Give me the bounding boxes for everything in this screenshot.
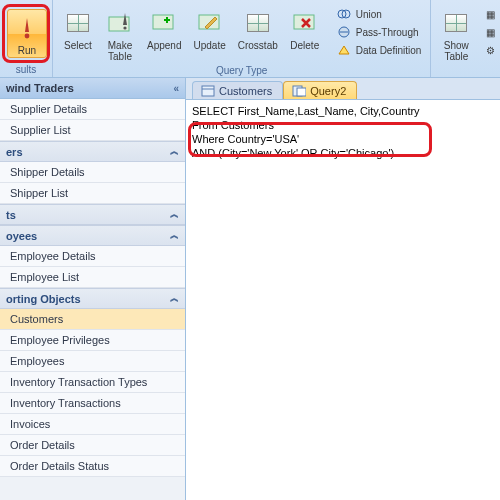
exclamation-icon — [12, 13, 42, 43]
run-highlight: Run — [2, 4, 50, 63]
nav-item[interactable]: Shipper Details — [0, 162, 185, 183]
insert-icon: ▦ — [482, 7, 498, 21]
nav-item[interactable]: Invoices — [0, 414, 185, 435]
delete-icon — [290, 8, 320, 38]
crosstab-icon — [243, 8, 273, 38]
ribbon-group-querytype: Select Make Table Append Update — [52, 0, 430, 77]
deleterows-button[interactable]: ▦ Delete — [479, 24, 500, 40]
ribbon: Run sults Select Make Table Append — [0, 0, 500, 78]
nav-group[interactable]: ts︽ — [0, 204, 185, 225]
datadef-button[interactable]: Data Definition — [333, 42, 425, 58]
query-icon — [292, 85, 306, 97]
nav-item[interactable]: Employees — [0, 351, 185, 372]
sql-line-1: SELECT First_Name,Last_Name, City,Countr… — [192, 104, 494, 118]
append-button[interactable]: Append — [141, 4, 187, 53]
select-button[interactable]: Select — [57, 4, 99, 53]
update-label: Update — [193, 40, 225, 51]
nav-group[interactable]: orting Objects︽ — [0, 288, 185, 309]
nav-title-text: wind Traders — [6, 82, 74, 94]
navigation-pane: wind Traders « Supplier DetailsSupplier … — [0, 78, 186, 500]
sql-highlight — [188, 122, 432, 157]
datadef-label: Data Definition — [356, 45, 422, 56]
run-button[interactable]: Run — [7, 9, 47, 58]
builder-icon: ⚙ — [482, 43, 498, 57]
svg-rect-12 — [297, 88, 306, 96]
crosstab-label: Crosstab — [238, 40, 278, 51]
svg-point-0 — [25, 34, 30, 39]
document-tabbar: Customers Query2 — [186, 78, 500, 100]
nav-item[interactable]: Employee Privileges — [0, 330, 185, 351]
body: wind Traders « Supplier DetailsSupplier … — [0, 78, 500, 500]
ribbon-group-showhide: Show Table ▦ Insert ▦ Delete ⚙ Builde — [430, 0, 500, 77]
showtable-button[interactable]: Show Table — [435, 4, 477, 64]
tab-query2-label: Query2 — [310, 85, 346, 97]
append-label: Append — [147, 40, 181, 51]
advanced-query-list: Union Pass-Through Data Definition — [331, 4, 427, 58]
builder-button[interactable]: ⚙ Builde — [479, 42, 500, 58]
update-button[interactable]: Update — [187, 4, 231, 53]
nav-item[interactable]: Supplier Details — [0, 99, 185, 120]
append-icon — [149, 8, 179, 38]
svg-point-2 — [123, 26, 126, 29]
app-root: { "ribbon": { "results": { "title": "sul… — [0, 0, 500, 500]
tab-query2[interactable]: Query2 — [283, 81, 357, 99]
nav-group[interactable]: ers︽ — [0, 141, 185, 162]
collapse-icon: ︽ — [170, 208, 179, 221]
nav-item[interactable]: Shipper List — [0, 183, 185, 204]
nav-item[interactable]: Customers — [0, 309, 185, 330]
passthrough-label: Pass-Through — [356, 27, 419, 38]
union-icon — [336, 7, 352, 21]
nav-item[interactable]: Order Details — [0, 435, 185, 456]
showhide-list: ▦ Insert ▦ Delete ⚙ Builde — [477, 4, 500, 58]
tab-customers[interactable]: Customers — [192, 81, 283, 99]
insertrows-button[interactable]: ▦ Insert — [479, 6, 500, 22]
group-title-querytype: Query Type — [57, 65, 426, 76]
sql-editor[interactable]: SELECT First_Name,Last_Name, City,Countr… — [186, 100, 500, 500]
chevron-down-icon: « — [173, 83, 179, 94]
group-title-results: sults — [2, 64, 50, 75]
passthrough-button[interactable]: Pass-Through — [333, 24, 425, 40]
run-label: Run — [18, 45, 36, 56]
make-table-label: Make Table — [108, 40, 132, 62]
select-label: Select — [64, 40, 92, 51]
nav-item[interactable]: Inventory Transaction Types — [0, 372, 185, 393]
update-icon — [195, 8, 225, 38]
deleterows-icon: ▦ — [482, 25, 498, 39]
main-pane: Customers Query2 SELECT First_Name,Last_… — [186, 78, 500, 500]
union-button[interactable]: Union — [333, 6, 425, 22]
collapse-icon: ︽ — [170, 292, 179, 305]
union-label: Union — [356, 9, 382, 20]
showtable-icon — [441, 8, 471, 38]
select-icon — [63, 8, 93, 38]
ribbon-group-results: Run sults — [0, 0, 52, 77]
passthrough-icon — [336, 25, 352, 39]
nav-list: Supplier DetailsSupplier Listers︽Shipper… — [0, 99, 185, 477]
query-type-buttons: Select Make Table Append Update — [57, 4, 426, 64]
svg-rect-3 — [153, 15, 173, 29]
nav-item[interactable]: Employee List — [0, 267, 185, 288]
nav-title-bar[interactable]: wind Traders « — [0, 78, 185, 99]
collapse-icon: ︽ — [170, 145, 179, 158]
crosstab-button[interactable]: Crosstab — [232, 4, 284, 53]
table-icon — [201, 85, 215, 97]
svg-rect-9 — [202, 86, 214, 96]
delete-button[interactable]: Delete — [284, 4, 326, 53]
nav-item[interactable]: Employee Details — [0, 246, 185, 267]
nav-item[interactable]: Order Details Status — [0, 456, 185, 477]
delete-label: Delete — [290, 40, 319, 51]
showtable-label: Show Table — [444, 40, 469, 62]
nav-item[interactable]: Inventory Transactions — [0, 393, 185, 414]
collapse-icon: ︽ — [170, 229, 179, 242]
datadef-icon — [336, 43, 352, 57]
make-table-icon — [105, 8, 135, 38]
nav-group[interactable]: oyees︽ — [0, 225, 185, 246]
nav-item[interactable]: Supplier List — [0, 120, 185, 141]
tab-customers-label: Customers — [219, 85, 272, 97]
make-table-button[interactable]: Make Table — [99, 4, 141, 64]
